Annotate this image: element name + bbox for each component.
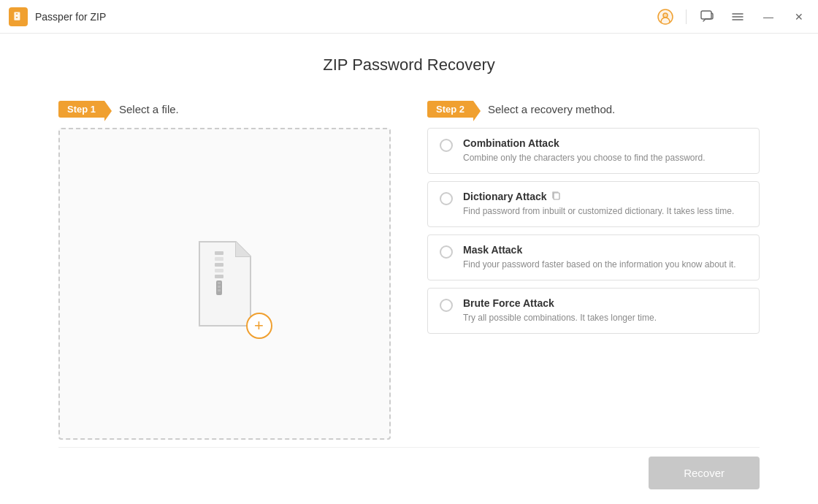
radio-dictionary[interactable] xyxy=(440,192,453,205)
method-desc-dictionary: Find password from inbuilt or customized… xyxy=(463,205,747,218)
svg-rect-10 xyxy=(215,251,223,255)
method-content-brute: Brute Force AttackTry all possible combi… xyxy=(463,297,747,324)
step1-badge: Step 1 xyxy=(58,101,104,118)
method-title-mask: Mask Attack xyxy=(463,244,747,256)
svg-rect-17 xyxy=(218,286,221,288)
step2-badge: Step 2 xyxy=(427,101,473,118)
step2-panel: Step 2 Select a recovery method. Combina… xyxy=(427,101,760,440)
radio-combination[interactable] xyxy=(440,139,453,152)
method-desc-brute: Try all possible combinations. It takes … xyxy=(463,311,747,324)
bottom-bar: Recover xyxy=(58,447,760,489)
svg-rect-1 xyxy=(16,13,18,15)
method-title-combination: Combination Attack xyxy=(463,137,747,149)
method-list: Combination AttackCombine only the chara… xyxy=(427,128,760,334)
svg-point-5 xyxy=(663,13,668,18)
step1-panel: Step 1 Select a file. xyxy=(58,101,391,440)
svg-rect-13 xyxy=(215,269,223,272)
menu-icon[interactable] xyxy=(727,7,748,27)
titlebar: Passper for ZIP — xyxy=(0,0,818,34)
add-file-button[interactable]: + xyxy=(246,313,272,339)
recover-button[interactable]: Recover xyxy=(649,457,760,489)
method-item-combination[interactable]: Combination AttackCombine only the chara… xyxy=(427,128,760,174)
step1-description: Select a file. xyxy=(119,103,179,115)
window-controls: — ✕ xyxy=(655,7,809,27)
app-name: Passper for ZIP xyxy=(35,11,655,23)
content-area: Step 1 Select a file. xyxy=(58,101,760,440)
svg-rect-11 xyxy=(215,257,223,261)
step1-header: Step 1 Select a file. xyxy=(58,101,391,118)
separator xyxy=(686,9,687,24)
svg-rect-14 xyxy=(215,275,223,278)
svg-rect-19 xyxy=(554,193,559,199)
close-button[interactable]: ✕ xyxy=(789,7,809,27)
page-title: ZIP Password Recovery xyxy=(58,56,760,75)
minimize-button[interactable]: — xyxy=(758,7,779,27)
step2-header: Step 2 Select a recovery method. xyxy=(427,101,760,118)
chat-icon[interactable] xyxy=(697,7,717,27)
main-content: ZIP Password Recovery Step 1 Select a fi… xyxy=(0,34,818,504)
method-content-combination: Combination AttackCombine only the chara… xyxy=(463,137,747,164)
svg-rect-3 xyxy=(16,17,18,18)
method-item-brute[interactable]: Brute Force AttackTry all possible combi… xyxy=(427,288,760,334)
method-title-brute: Brute Force Attack xyxy=(463,297,747,309)
svg-rect-6 xyxy=(701,11,711,19)
app-logo xyxy=(9,7,28,26)
method-title-dictionary: Dictionary Attack xyxy=(463,191,747,202)
svg-rect-2 xyxy=(16,15,18,16)
file-drop-zone[interactable]: + xyxy=(58,128,391,440)
copy-icon[interactable] xyxy=(551,191,561,202)
radio-brute[interactable] xyxy=(440,299,453,312)
method-item-dictionary[interactable]: Dictionary Attack Find password from inb… xyxy=(427,181,760,227)
method-content-mask: Mask AttackFind your password faster bas… xyxy=(463,244,747,271)
account-icon[interactable] xyxy=(655,7,676,27)
svg-rect-12 xyxy=(215,263,223,267)
radio-mask[interactable] xyxy=(440,245,453,259)
step2-description: Select a recovery method. xyxy=(488,103,615,115)
svg-rect-16 xyxy=(218,282,221,284)
method-item-mask[interactable]: Mask AttackFind your password faster bas… xyxy=(427,234,760,280)
svg-rect-18 xyxy=(218,289,221,291)
zip-file-icon: + xyxy=(185,237,265,332)
method-content-dictionary: Dictionary Attack Find password from inb… xyxy=(463,191,747,218)
method-desc-mask: Find your password faster based on the i… xyxy=(463,258,747,271)
method-desc-combination: Combine only the characters you choose t… xyxy=(463,151,747,164)
